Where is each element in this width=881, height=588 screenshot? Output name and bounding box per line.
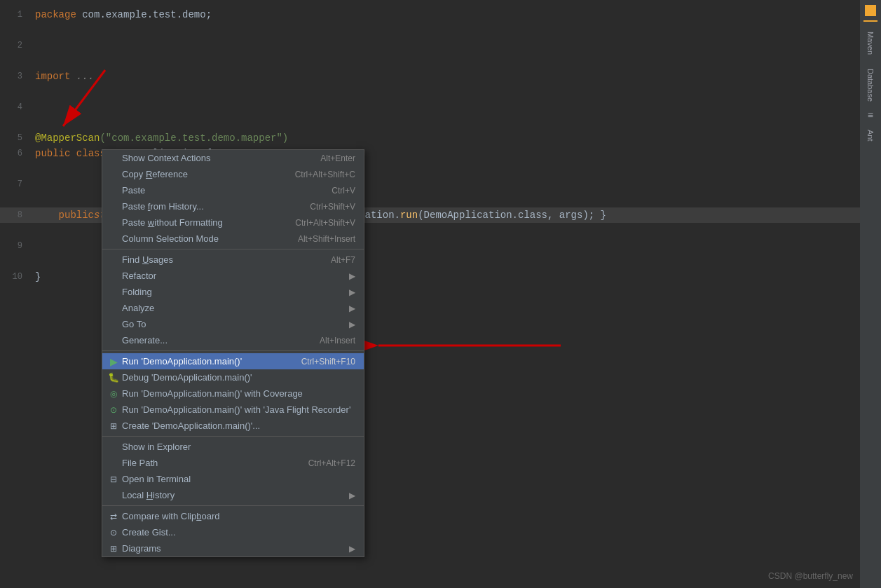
line-number-1: 1 — [0, 7, 28, 22]
shortcut-find-usages: Alt+F7 — [331, 255, 355, 265]
code-line-5: 5 @MapperScan ("com.example.test.demo.ma… — [0, 130, 860, 146]
shortcut-paste: Ctrl+V — [332, 186, 355, 196]
separator-3 — [102, 436, 364, 437]
menu-item-local-history[interactable]: Local History ▶ — [102, 487, 364, 503]
line-number-10: 10 — [0, 269, 28, 285]
sidebar-tab-ant[interactable]: Ant — [865, 124, 876, 147]
shortcut-paste-no-format: Ctrl+Alt+Shift+V — [295, 218, 355, 228]
menu-item-show-in-explorer[interactable]: Show in Explorer — [102, 439, 364, 455]
arrow-analyze: ▶ — [349, 303, 355, 313]
menu-item-generate[interactable]: Generate... Alt+Insert — [102, 332, 364, 348]
shortcut-generate: Alt+Insert — [320, 336, 355, 346]
menu-item-diagrams[interactable]: ⊞ Diagrams ▶ — [102, 540, 364, 556]
menu-item-paste[interactable]: Paste Ctrl+V — [102, 182, 364, 198]
menu-label-show-in-explorer: Show in Explorer — [122, 442, 191, 452]
menu-item-run-flight-recorder[interactable]: ⊙ Run 'DemoApplication.main()' with 'Jav… — [102, 402, 364, 418]
menu-item-go-to[interactable]: Go To ▶ — [102, 316, 364, 332]
line-number-4: 4 — [0, 100, 28, 115]
menu-label-file-path: File Path — [122, 458, 158, 468]
terminal-icon: ⊟ — [108, 474, 119, 485]
sidebar-tab-database[interactable]: Database — [865, 63, 876, 107]
menu-item-create-gist[interactable]: ⊙ Create Gist... — [102, 524, 364, 540]
arrow-folding: ▶ — [349, 287, 355, 297]
menu-label-run-flight-recorder: Run 'DemoApplication.main()' with 'Java … — [122, 404, 350, 415]
separator-2 — [102, 350, 364, 351]
watermark: CSDN @butterfly_new — [768, 571, 853, 581]
menu-item-copy-reference[interactable]: Copy Reference Ctrl+Alt+Shift+C — [102, 166, 364, 182]
diagrams-icon: ⊞ — [108, 543, 119, 554]
package-name: com.example.test.demo; — [76, 7, 212, 22]
right-sidebar: Maven Database ≡ Ant — [860, 0, 881, 588]
menu-label-folding: Folding — [122, 287, 152, 297]
menu-item-paste-without-formatting[interactable]: Paste without Formatting Ctrl+Alt+Shift+… — [102, 214, 364, 231]
import-dots: ... — [70, 69, 94, 84]
shortcut-copy-reference: Ctrl+Alt+Shift+C — [295, 170, 355, 179]
menu-label-debug-main: Debug 'DemoApplication.main()' — [122, 372, 252, 383]
close-brace: } — [35, 269, 41, 285]
run-params: (DemoApplication.class, args); } — [418, 207, 606, 223]
run-icon: ▶ — [108, 356, 119, 367]
menu-label-analyze: Analyze — [122, 303, 154, 313]
menu-item-refactor[interactable]: Refactor ▶ — [102, 268, 364, 284]
keyword-package: package — [35, 7, 76, 22]
menu-item-file-path[interactable]: File Path Ctrl+Alt+F12 — [102, 455, 364, 471]
line-number-8: 8 — [0, 207, 28, 223]
separator-4 — [102, 505, 364, 506]
sidebar-divider — [863, 20, 877, 22]
arrow-refactor: ▶ — [349, 271, 355, 281]
menu-item-debug-main[interactable]: 🐛 Debug 'DemoApplication.main()' — [102, 369, 364, 385]
arrow-diagrams: ▶ — [349, 544, 355, 554]
shortcut-column-selection: Alt+Shift+Insert — [298, 234, 355, 244]
run-method: run — [400, 207, 418, 223]
menu-item-run-coverage[interactable]: ◎ Run 'DemoApplication.main()' with Cove… — [102, 385, 364, 402]
menu-item-column-selection[interactable]: Column Selection Mode Alt+Shift+Insert — [102, 231, 364, 247]
menu-item-analyze[interactable]: Analyze ▶ — [102, 300, 364, 316]
debug-icon: 🐛 — [108, 372, 119, 383]
menu-label-copy-reference: Copy Reference — [122, 169, 188, 179]
menu-label-go-to: Go To — [122, 319, 146, 329]
shortcut-run-main: Ctrl+Shift+F10 — [301, 357, 355, 367]
menu-label-column-selection: Column Selection Mode — [122, 233, 219, 244]
menu-label-refactor: Refactor — [122, 271, 156, 281]
line-number-3: 3 — [0, 69, 28, 84]
menu-label-run-main: Run 'DemoApplication.main()' — [122, 356, 242, 367]
keyword-public-main: public — [59, 207, 94, 223]
menu-label-show-context-actions: Show Context Actions — [122, 153, 210, 163]
line-number-6: 6 — [0, 146, 28, 161]
menu-item-folding[interactable]: Folding ▶ — [102, 284, 364, 300]
line-number-9: 9 — [0, 238, 28, 254]
menu-label-paste-without-formatting: Paste without Formatting — [122, 217, 223, 228]
menu-item-create-run-config[interactable]: ⊞ Create 'DemoApplication.main()'... — [102, 418, 364, 434]
menu-item-find-usages[interactable]: Find Usages Alt+F7 — [102, 252, 364, 268]
sidebar-icon-1: ≡ — [868, 110, 873, 121]
shortcut-paste-history: Ctrl+Shift+V — [310, 202, 355, 212]
menu-label-paste-from-history: Paste from History... — [122, 201, 204, 212]
context-menu: Show Context Actions Alt+Enter Copy Refe… — [102, 149, 364, 557]
menu-item-show-context-actions[interactable]: Show Context Actions Alt+Enter — [102, 150, 364, 166]
menu-label-open-terminal: Open in Terminal — [122, 474, 191, 484]
shortcut-show-context-actions: Alt+Enter — [320, 153, 355, 163]
line-number-2: 2 — [0, 38, 28, 53]
menu-label-generate: Generate... — [122, 335, 168, 346]
keyword-import: import — [35, 69, 70, 84]
menu-item-compare-clipboard[interactable]: ⇄ Compare with Clipboard — [102, 508, 364, 524]
annotation-value: ("com.example.test.demo.mapper") — [100, 130, 288, 146]
menu-item-paste-from-history[interactable]: Paste from History... Ctrl+Shift+V — [102, 198, 364, 214]
menu-label-create-gist: Create Gist... — [122, 527, 176, 538]
menu-label-find-usages: Find Usages — [122, 254, 173, 265]
flight-recorder-icon: ⊙ — [108, 404, 119, 416]
coverage-icon: ◎ — [108, 388, 119, 399]
separator-1 — [102, 249, 364, 249]
compare-icon: ⇄ — [108, 511, 119, 522]
menu-label-run-coverage: Run 'DemoApplication.main()' with Covera… — [122, 388, 303, 399]
line-number-7: 7 — [0, 177, 28, 192]
menu-item-run-main[interactable]: ▶ Run 'DemoApplication.main()' Ctrl+Shif… — [102, 353, 364, 369]
sidebar-tab-maven[interactable]: Maven — [865, 26, 876, 60]
menu-item-open-terminal[interactable]: ⊟ Open in Terminal — [102, 471, 364, 487]
menu-label-create-run-config: Create 'DemoApplication.main()'... — [122, 421, 260, 431]
code-line-3: 3 import ... — [0, 69, 860, 84]
sidebar-marker-yellow — [865, 5, 876, 16]
menu-label-compare-clipboard: Compare with Clipboard — [122, 511, 219, 521]
create-config-icon: ⊞ — [108, 421, 119, 432]
shortcut-file-path: Ctrl+Alt+F12 — [308, 458, 355, 468]
